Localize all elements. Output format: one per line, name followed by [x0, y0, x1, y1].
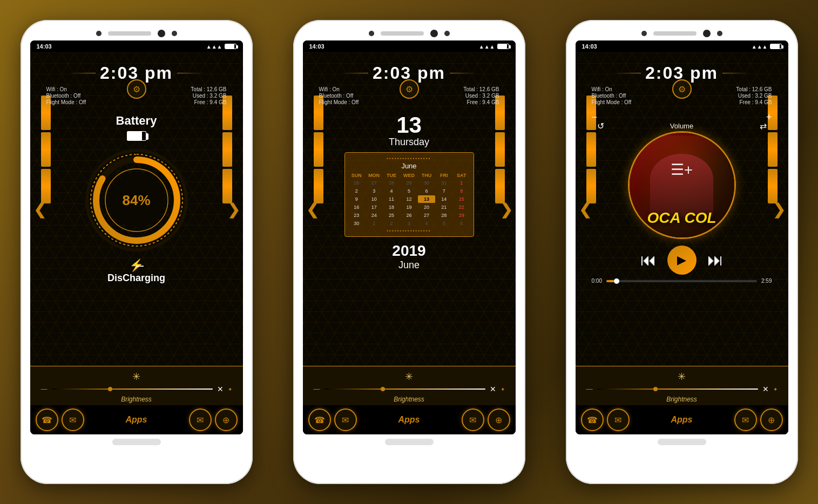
- camera-2: [430, 30, 438, 37]
- nav-msg-2[interactable]: ✉: [462, 408, 484, 431]
- discharge-icon: ⚡̶: [107, 258, 165, 273]
- nav-browser-1[interactable]: ⊕: [215, 408, 238, 431]
- apps-label-1[interactable]: Apps: [87, 415, 186, 425]
- battery-widget: Battery: [30, 108, 243, 294]
- info-left-3: Wifi : On Bluetooth : Off Flight Mode : …: [592, 86, 632, 105]
- phone-body-1: 14:03 ▲▲▲ ❮ ❯: [21, 20, 253, 484]
- volume-label: Volume: [670, 122, 693, 130]
- phone-body-3: 14:03 ▲▲▲ ❮ ❯: [566, 20, 798, 484]
- speaker-grill-2: [381, 31, 424, 36]
- battery-status-icon-1: [225, 44, 236, 49]
- brightness-slider-1[interactable]: — ✕ ✦: [41, 385, 232, 393]
- status-icons-1: ▲▲▲: [206, 44, 236, 50]
- brightness-section-2: ✳ — ✕ ✦ Brightness: [303, 366, 516, 405]
- apps-label-3[interactable]: Apps: [633, 415, 731, 425]
- settings-gear-3[interactable]: ⚙: [672, 79, 692, 99]
- battery-status-icon-2: [497, 44, 509, 49]
- nav-email-2[interactable]: ✉: [334, 408, 357, 431]
- discharge-section: ⚡̶ DisCharging: [103, 254, 170, 288]
- bottom-nav-1: ☎ ✉ Apps ✉ ⊕: [30, 405, 243, 434]
- nav-email-1[interactable]: ✉: [62, 408, 84, 431]
- brightness-slider-2[interactable]: — ✕ ✦: [314, 385, 505, 393]
- phone-2: 14:03 ▲▲▲ ❮ ❯: [293, 20, 525, 484]
- cal-day-num: 13: [396, 114, 422, 137]
- phone-top-1: [30, 30, 243, 37]
- brightness-slider-3[interactable]: — ✕ ✦: [586, 385, 778, 393]
- status-time-2: 14:03: [309, 43, 325, 50]
- phone-home-btn-3[interactable]: [658, 439, 706, 445]
- nav-email-3[interactable]: ✉: [607, 408, 630, 431]
- status-icons-3: ▲▲▲: [752, 44, 782, 50]
- screen-content-1: ❮ ❯ 2:03 pm ⚙ Wifi : On Blueto: [30, 52, 243, 366]
- nav-phone-1[interactable]: ☎: [36, 408, 58, 431]
- progress-text: 84%: [122, 192, 150, 209]
- camera-1: [158, 30, 165, 37]
- album-art-bg: OCA COL ☰+: [630, 133, 734, 237]
- nav-browser-3[interactable]: ⊕: [760, 408, 783, 431]
- screen-content-3: ❮ ❯ 2:03 pm ⚙ Wifi : On Bluetooth : Off …: [576, 52, 788, 366]
- phone-top-3: [576, 30, 788, 37]
- phone-home-btn-2[interactable]: [385, 439, 434, 445]
- chevron-right-2[interactable]: ❯: [500, 200, 512, 218]
- nav-browser-2[interactable]: ⊕: [488, 408, 510, 431]
- prev-btn[interactable]: ⏮: [640, 251, 657, 269]
- battery-title: Battery: [116, 114, 157, 128]
- cal-year: 2019: [392, 242, 425, 260]
- battery-status-icon-3: [770, 44, 782, 49]
- info-right-1: Total : 12.6 GB Used : 3.2 GB Free : 9.4…: [191, 86, 226, 105]
- cal-month-name: June: [398, 260, 420, 271]
- time-display-2: 2:03 pm: [303, 52, 516, 83]
- prog-bar[interactable]: [606, 280, 757, 282]
- play-btn[interactable]: ▶: [667, 246, 697, 275]
- battery-icon-small: [127, 131, 146, 141]
- brightness-label-1: Brightness: [121, 396, 152, 403]
- screen-3: 14:03 ▲▲▲ ❮ ❯: [576, 40, 788, 434]
- repeat-icon[interactable]: ↺: [597, 121, 604, 131]
- cal-day-name: Thursday: [389, 137, 429, 148]
- chevron-right-1[interactable]: ❯: [227, 200, 240, 218]
- brightness-section-3: ✳ — ✕ ✦ Brightness: [576, 366, 788, 405]
- nav-msg-3[interactable]: ✉: [734, 408, 757, 431]
- chevron-left-2[interactable]: ❮: [306, 200, 319, 218]
- phone-home-btn-1[interactable]: [112, 439, 161, 445]
- music-nav-row: ⏮ ▶ ⏭: [640, 239, 724, 278]
- info-right-2: Total : 12.6 GB Used : 3.2 GB Free : 9.4…: [463, 86, 499, 105]
- today-cell: 13: [418, 195, 435, 203]
- info-right-3: Total : 12.6 GB Used : 3.2 GB Free : 9.4…: [736, 86, 772, 105]
- cal-grid: SUN MON TUE WED THU FRI SAT 26 27 28 29: [348, 172, 470, 227]
- brightness-label-3: Brightness: [666, 396, 697, 403]
- phone-body-2: 14:03 ▲▲▲ ❮ ❯: [293, 20, 525, 484]
- status-bar-3: 14:03 ▲▲▲: [576, 40, 788, 52]
- settings-gear-1[interactable]: ⚙: [127, 79, 146, 99]
- shuffle-icon[interactable]: ⇄: [760, 121, 767, 131]
- speaker-grill-3: [653, 31, 697, 36]
- cal-month-header: June: [348, 162, 470, 170]
- status-bar-2: 14:03 ▲▲▲: [303, 40, 516, 52]
- circular-progress: 84%: [83, 146, 191, 254]
- progress-bar-row: 0:00 2:59: [581, 278, 783, 284]
- bottom-nav-2: ☎ ✉ Apps ✉ ⊕: [303, 405, 516, 434]
- screen-content-2: ❮ ❯ 2:03 pm ⚙ Wifi : On Bluetooth : Off …: [303, 52, 516, 366]
- camera-3: [703, 30, 711, 37]
- brightness-section-1: ✳ — ✕ ✦ Brightness: [30, 366, 243, 405]
- bottom-nav-3: ☎ ✉ Apps ✉ ⊕: [576, 405, 788, 434]
- speaker-grill: [108, 31, 151, 36]
- apps-label-2[interactable]: Apps: [360, 415, 458, 425]
- time-display-3: 2:03 pm: [576, 52, 788, 83]
- chevron-left-3[interactable]: ❮: [579, 200, 591, 218]
- nav-phone-3[interactable]: ☎: [581, 408, 604, 431]
- next-btn[interactable]: ⏭: [707, 251, 724, 269]
- nav-phone-2[interactable]: ☎: [308, 408, 331, 431]
- speaker-dot-2b: [444, 31, 450, 36]
- brightness-icon-1: ✳: [132, 371, 140, 383]
- screen-1: 14:03 ▲▲▲ ❮ ❯: [30, 40, 243, 434]
- music-widget: − + ↺ Volume ⇄: [576, 108, 788, 284]
- playlist-overlay-icon[interactable]: ☰+: [671, 160, 693, 178]
- screen-2: 14:03 ▲▲▲ ❮ ❯: [303, 40, 516, 434]
- signal-icon-3: ▲▲▲: [752, 44, 768, 50]
- chevron-left-1[interactable]: ❮: [33, 200, 46, 218]
- nav-msg-1[interactable]: ✉: [189, 408, 212, 431]
- calendar-widget: 13 Thursday ▪▪▪▪▪▪▪▪▪▪▪▪▪▪▪▪▪ June SUN M…: [303, 108, 516, 276]
- settings-gear-2[interactable]: ⚙: [400, 79, 419, 99]
- chevron-right-3[interactable]: ❯: [773, 200, 785, 218]
